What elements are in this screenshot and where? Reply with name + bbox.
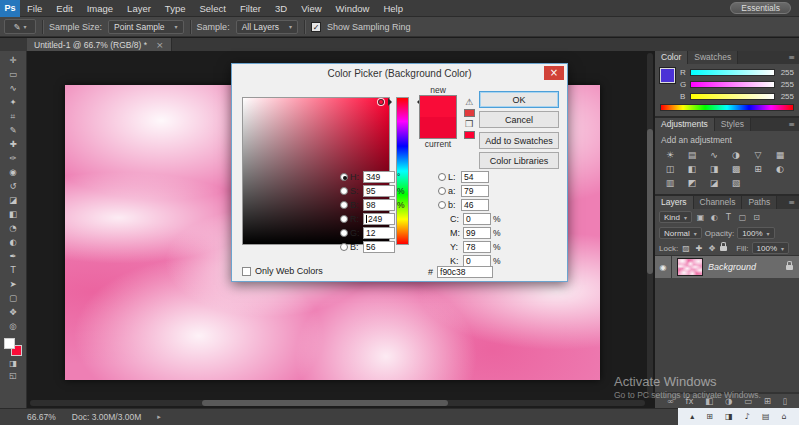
- lasso-tool[interactable]: ∿: [0, 81, 27, 95]
- brightness-input[interactable]: 98: [363, 199, 395, 211]
- menu-layer[interactable]: Layer: [120, 0, 158, 17]
- green-input[interactable]: 12: [363, 227, 395, 239]
- ok-button[interactable]: OK: [479, 91, 559, 108]
- healing-brush-tool[interactable]: ✚: [0, 137, 27, 151]
- filter-shape-layers-icon[interactable]: ▢: [737, 213, 748, 222]
- filter-smart-objects-icon[interactable]: ⊡: [751, 213, 762, 222]
- opacity-dropdown[interactable]: 100%: [737, 227, 774, 239]
- menu-edit[interactable]: Edit: [49, 0, 79, 17]
- black-white-icon[interactable]: ◧: [681, 162, 703, 176]
- exposure-icon[interactable]: ◑: [725, 148, 747, 162]
- fill-dropdown[interactable]: 100%: [752, 242, 789, 254]
- cancel-button[interactable]: Cancel: [479, 111, 559, 128]
- radio-lab-l[interactable]: [438, 173, 446, 181]
- hand-tool[interactable]: ✥: [0, 305, 27, 319]
- move-tool[interactable]: ✛: [0, 53, 27, 67]
- workspace-switcher[interactable]: Essentials: [730, 2, 791, 14]
- radio-green[interactable]: [340, 229, 348, 237]
- filter-pixel-layers-icon[interactable]: ▣: [695, 213, 706, 222]
- link-layers-icon[interactable]: ∞: [667, 396, 674, 406]
- tab-paths[interactable]: Paths: [742, 196, 777, 209]
- blue-slider[interactable]: [690, 93, 775, 100]
- eraser-tool[interactable]: ◪: [0, 193, 27, 207]
- filter-adjustment-layers-icon[interactable]: ◐: [709, 213, 720, 222]
- lock-position-icon[interactable]: ✥: [707, 244, 717, 253]
- hex-input[interactable]: f90c38: [437, 266, 493, 278]
- tray-icon[interactable]: ♪: [745, 412, 750, 421]
- magenta-input[interactable]: 99: [463, 227, 491, 239]
- photoshop-logo-icon[interactable]: Ps: [0, 0, 20, 17]
- lab-b-input[interactable]: 46: [461, 199, 489, 211]
- photo-filter-icon[interactable]: ◨: [703, 162, 725, 176]
- clone-stamp-tool[interactable]: ◉: [0, 165, 27, 179]
- lock-transparency-icon[interactable]: ▨: [681, 244, 691, 253]
- brightness-contrast-icon[interactable]: ☀: [659, 148, 681, 162]
- new-group-icon[interactable]: ▭: [744, 396, 752, 406]
- status-options-arrow[interactable]: ▸: [157, 413, 161, 421]
- delete-layer-icon[interactable]: ▯: [782, 396, 787, 406]
- foreground-color-indicator[interactable]: [660, 68, 675, 83]
- sample-dropdown[interactable]: All Layers: [236, 20, 298, 34]
- add-to-swatches-button[interactable]: Add to Swatches: [479, 132, 559, 149]
- channel-mixer-icon[interactable]: ▩: [725, 162, 747, 176]
- radio-lab-b[interactable]: [438, 201, 446, 209]
- layer-effects-icon[interactable]: fx: [686, 396, 694, 406]
- hue-input[interactable]: 349: [363, 171, 395, 183]
- panel-menu-icon[interactable]: ≡: [784, 118, 799, 131]
- filter-type-layers-icon[interactable]: T: [723, 213, 734, 222]
- tab-color[interactable]: Color: [655, 51, 688, 64]
- menu-file[interactable]: File: [20, 0, 49, 17]
- vibrance-icon[interactable]: ▽: [747, 148, 769, 162]
- threshold-icon[interactable]: ◩: [681, 176, 703, 190]
- radio-hue[interactable]: [340, 173, 348, 181]
- color-field-marker[interactable]: [378, 99, 384, 105]
- menu-window[interactable]: Window: [329, 0, 377, 17]
- radio-saturation[interactable]: [340, 187, 348, 195]
- menu-help[interactable]: Help: [376, 0, 410, 17]
- chevron-up-icon[interactable]: ▴: [690, 412, 694, 421]
- saturation-input[interactable]: 95: [363, 185, 395, 197]
- panel-menu-icon[interactable]: ≡: [784, 51, 799, 64]
- posterize-icon[interactable]: ▥: [659, 176, 681, 190]
- scrollbar-thumb[interactable]: [202, 400, 448, 406]
- panel-menu-icon[interactable]: ≡: [784, 196, 799, 209]
- zoom-tool[interactable]: ◎: [0, 319, 27, 333]
- new-layer-icon[interactable]: ⊞: [764, 396, 771, 406]
- gradient-tool[interactable]: ◧: [0, 207, 27, 221]
- tray-icon[interactable]: ⊞: [706, 412, 713, 421]
- layer-name[interactable]: Background: [708, 262, 786, 272]
- yellow-input[interactable]: 78: [463, 241, 491, 253]
- type-tool[interactable]: T: [0, 263, 27, 277]
- zoom-level[interactable]: 66.67%: [27, 412, 56, 422]
- lock-pixels-icon[interactable]: ✚: [694, 244, 704, 253]
- screen-mode-button[interactable]: ◱: [0, 369, 27, 381]
- gradient-map-icon[interactable]: ◪: [703, 176, 725, 190]
- kind-filter-dropdown[interactable]: Kind: [659, 211, 692, 223]
- web-color-cube-icon[interactable]: ❒: [465, 119, 473, 129]
- color-spectrum-ramp[interactable]: [660, 104, 794, 111]
- quick-selection-tool[interactable]: ✦: [0, 95, 27, 109]
- new-adjustment-layer-icon[interactable]: ◑: [725, 396, 732, 406]
- visibility-eye-icon[interactable]: ◉: [655, 256, 672, 278]
- lab-l-input[interactable]: 54: [461, 171, 489, 183]
- pen-tool[interactable]: ✒: [0, 249, 27, 263]
- blur-tool[interactable]: ◔: [0, 221, 27, 235]
- tab-channels[interactable]: Channels: [694, 196, 743, 209]
- menu-select[interactable]: Select: [192, 0, 232, 17]
- gamut-warning-icon[interactable]: ⚠: [465, 97, 473, 107]
- menu-view[interactable]: View: [294, 0, 328, 17]
- show-sampling-ring-checkbox[interactable]: ✓: [311, 22, 321, 32]
- tab-adjustments[interactable]: Adjustments: [655, 118, 715, 131]
- close-icon[interactable]: ×: [156, 40, 164, 50]
- quick-mask-button[interactable]: ◨: [0, 357, 27, 369]
- path-selection-tool[interactable]: ➤: [0, 277, 27, 291]
- radio-lab-a[interactable]: [438, 187, 446, 195]
- menu-type[interactable]: Type: [158, 0, 193, 17]
- add-layer-mask-icon[interactable]: ◧: [705, 396, 713, 406]
- levels-icon[interactable]: ▤: [681, 148, 703, 162]
- history-brush-tool[interactable]: ↺: [0, 179, 27, 193]
- red-input[interactable]: 249: [363, 213, 395, 225]
- layer-thumbnail[interactable]: [677, 258, 703, 276]
- tab-styles[interactable]: Styles: [715, 118, 751, 131]
- tool-preset-picker[interactable]: ✎: [4, 19, 36, 34]
